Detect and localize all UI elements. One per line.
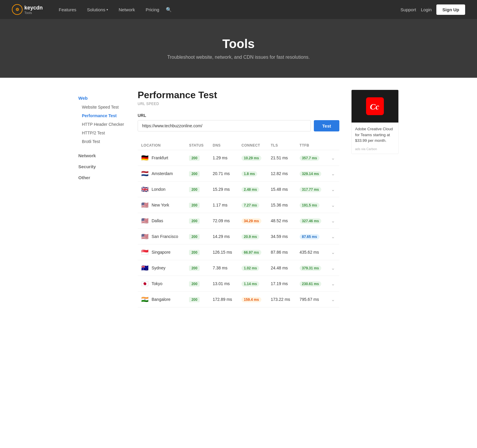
cell-status: 200 [185,166,209,182]
url-input[interactable] [138,120,311,131]
sidebar-item-http-header-checker[interactable]: HTTP Header Checker [78,120,126,129]
flag-icon: 🇺🇸 [141,217,149,224]
flag-icon: 🇬🇧 [141,186,149,193]
sidebar-item-performance-test[interactable]: Performance Test [78,112,126,120]
expand-icon[interactable]: ⌄ [331,234,335,239]
table-row: 🇬🇧 London 200 15.29 ms 2.48 ms 15.48 ms … [138,182,339,197]
cell-expand[interactable]: ⌄ [327,213,339,229]
search-icon[interactable]: 🔍 [166,7,172,12]
expand-icon[interactable]: ⌄ [331,250,335,255]
table-row: 🇯🇵 Tokyo 200 13.01 ms 1.14 ms 17.19 ms 2… [138,276,339,292]
cell-connect: 1.14 ms [238,276,267,292]
sidebar-item-http2-test[interactable]: HTTP/2 Test [78,129,126,137]
nav-features[interactable]: Features [55,5,80,15]
flag-icon: 🇺🇸 [141,233,149,240]
expand-icon[interactable]: ⌄ [331,171,335,176]
cell-location: 🇯🇵 Tokyo [138,276,185,292]
cell-status: 200 [185,276,209,292]
cell-dns: 20.71 ms [209,166,238,182]
sidebar-section-network: Network [78,153,126,158]
status-badge: 200 [189,266,200,271]
nav-solutions[interactable]: Solutions ▾ [83,5,112,15]
ad-panel: Cc Adobe Creative Cloud for Teams starti… [351,90,399,307]
nav-login[interactable]: Login [421,7,432,12]
cell-status: 200 [185,213,209,229]
expand-icon[interactable]: ⌄ [331,266,335,271]
logo-subtext: Tools [24,11,43,15]
ttfb-badge: 191.5 ms [300,203,319,208]
sidebar-item-brotli-test[interactable]: Brotli Test [78,137,126,146]
signup-button[interactable]: Sign Up [436,4,465,15]
cell-expand[interactable]: ⌄ [327,182,339,197]
cell-connect: 34.29 ms [238,213,267,229]
location-name: Sydney [152,266,166,270]
sidebar-item-website-speed-test[interactable]: Website Speed Test [78,103,126,112]
cell-expand[interactable]: ⌄ [327,150,339,166]
cell-connect: 1.8 ms [238,166,267,182]
ttfb-badge: 230.61 ms [300,281,321,287]
status-badge: 200 [189,234,200,239]
cell-expand[interactable]: ⌄ [327,197,339,213]
connect-badge: 1.8 ms [241,171,257,177]
col-expand [327,141,339,150]
flag-icon: 🇸🇬 [141,249,149,256]
ttfb-badge: 317.77 ms [300,187,321,192]
cell-connect: 66.97 ms [238,244,267,260]
connect-badge: 1.02 ms [241,266,259,271]
flag-icon: 🇳🇱 [141,170,149,177]
test-button[interactable]: Test [314,120,339,131]
cell-location: 🇬🇧 London [138,182,185,197]
expand-icon[interactable]: ⌄ [331,218,335,223]
cell-status: 200 [185,229,209,244]
expand-icon[interactable]: ⌄ [331,281,335,286]
col-connect: CONNECT [238,141,267,150]
cell-expand[interactable]: ⌄ [327,292,339,307]
cell-ttfb: 327.46 ms [296,213,327,229]
col-location: LOCATION [138,141,185,150]
cell-expand[interactable]: ⌄ [327,244,339,260]
ttfb-badge: 87.65 ms [300,234,319,239]
ad-box[interactable]: Cc Adobe Creative Cloud for Teams starti… [351,90,399,154]
cell-expand[interactable]: ⌄ [327,229,339,244]
connect-badge: 159.4 ms [241,297,261,302]
nav-pricing[interactable]: Pricing [141,5,163,15]
table-row: 🇸🇬 Singapore 200 126.15 ms 66.97 ms 87.8… [138,244,339,260]
location-name: Singapore [152,250,171,255]
expand-icon[interactable]: ⌄ [331,187,335,192]
expand-icon[interactable]: ⌄ [331,203,335,208]
location-name: San Francisco [152,234,178,239]
sidebar-section-other: Other [78,175,126,180]
hero-title: Tools [12,37,465,51]
connect-badge: 7.27 ms [241,203,259,208]
chevron-down-icon: ▾ [106,8,108,11]
ttfb-badge: 329.14 ms [300,171,321,177]
cell-dns: 126.15 ms [209,244,238,260]
logo[interactable]: ⚙ keycdn Tools [12,4,43,15]
table-row: 🇺🇸 Dallas 200 72.09 ms 34.29 ms 48.52 ms… [138,213,339,229]
cell-status: 200 [185,182,209,197]
cell-tls: 12.82 ms [267,166,296,182]
status-badge: 200 [189,281,200,287]
logo-text: keycdn [24,5,43,11]
page-title: Performance Test [138,90,339,101]
expand-icon[interactable]: ⌄ [331,297,335,302]
content-area: Performance Test URL Speed URL Test LOCA… [138,90,339,307]
status-badge: 200 [189,218,200,224]
status-badge: 200 [189,297,200,302]
cell-expand[interactable]: ⌄ [327,166,339,182]
cell-expand[interactable]: ⌄ [327,260,339,276]
cell-dns: 15.29 ms [209,182,238,197]
cell-status: 200 [185,197,209,213]
location-name: Amsterdam [152,171,173,176]
hero-section: Tools Troubleshoot website, network, and… [0,19,477,78]
sidebar: Web Website Speed Test Performance Test … [78,90,126,307]
ad-image: Cc [352,90,398,123]
main-content: Web Website Speed Test Performance Test … [61,78,416,319]
nav-network[interactable]: Network [115,5,139,15]
nav-support[interactable]: Support [400,7,416,12]
results-table: LOCATION STATUS DNS CONNECT TLS TTFB 🇩🇪 … [138,141,339,307]
cell-expand[interactable]: ⌄ [327,276,339,292]
cell-location: 🇺🇸 New York [138,197,185,213]
expand-icon[interactable]: ⌄ [331,155,335,161]
col-ttfb: TTFB [296,141,327,150]
